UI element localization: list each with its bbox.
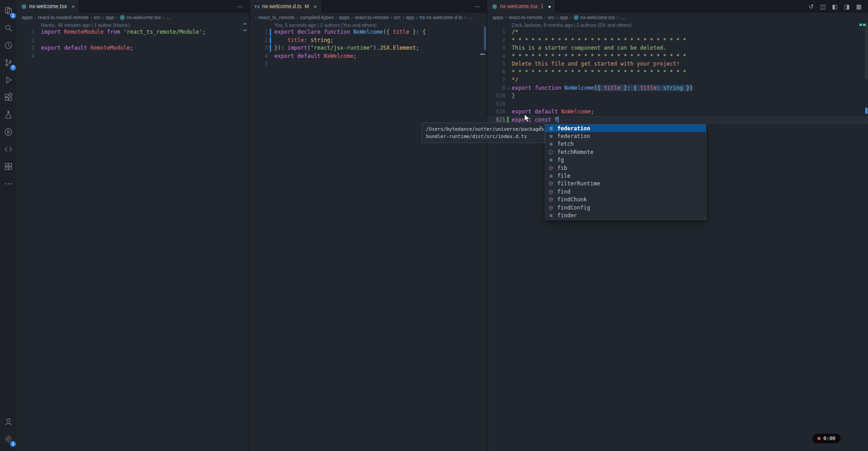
blame-annotation[interactable]: Zack Jackson, 9 months ago | 2 authors (… (487, 22, 868, 28)
code-line-4[interactable]: 4* * * * * * * * * * * * * * * * * * * *… (487, 52, 868, 61)
customize-layout-icon[interactable]: ▦ (856, 4, 862, 10)
close-icon[interactable]: × (313, 4, 317, 10)
scrollbar-thumb[interactable] (484, 26, 486, 50)
breadcrumb-label: react-ts-nested-remote (38, 15, 88, 20)
code-line-818[interactable]: 818} (487, 92, 868, 100)
code-line-820[interactable]: 820export default NxWelcome; (487, 108, 868, 116)
breadcrumb-item[interactable]: react_ts_remote (258, 15, 294, 20)
breadcrumb-item[interactable]: nx-welcome.tsx (573, 15, 615, 20)
breadcrumb-item[interactable]: app (560, 15, 568, 20)
breadcrumb-item[interactable]: … (166, 15, 171, 20)
discard-changes-icon[interactable]: ↺ (809, 4, 814, 10)
code-line-2[interactable]: 2 (16, 36, 249, 45)
dirty-dot-icon[interactable]: ● (548, 4, 551, 9)
breadcrumb-item[interactable]: app (106, 15, 114, 20)
code-line-2[interactable]: 2* * * * * * * * * * * * * * * * * * * *… (487, 36, 868, 45)
more-actions-icon[interactable]: ⋯ (237, 4, 243, 10)
code-editor[interactable]: Zack Jackson, 9 months ago | 2 authors (… (487, 22, 868, 451)
explorer-icon[interactable]: 1 (0, 2, 16, 19)
breadcrumb-item[interactable]: compiled-types (300, 15, 334, 20)
code-line-4[interactable]: 4export default NxWelcome; (250, 52, 487, 61)
play-circle-icon[interactable] (0, 123, 16, 140)
suggestion-filterRuntime[interactable]: filterRuntime (545, 180, 706, 188)
fold-gutter (505, 28, 512, 36)
text-suggestion-icon: ≡ (547, 173, 555, 179)
tab-nx-welcome.tsx[interactable]: nx-welcome.tsx× (16, 0, 80, 13)
suggestion-federation[interactable]: ≡federation (545, 124, 706, 132)
code-line-3[interactable]: 3}): import("react/jsx-runtime").JSX.Ele… (250, 44, 487, 52)
blame-annotation[interactable]: Hanric, 48 minutes ago | 1 author (Hanri… (16, 22, 249, 28)
extensions-icon[interactable] (0, 88, 16, 106)
account-icon[interactable] (0, 413, 16, 430)
suggestion-file[interactable]: ≡file (545, 172, 706, 179)
suggestion-federation[interactable]: ≡federation (545, 132, 706, 140)
toggle-primary-sidebar-icon[interactable]: ◧ (832, 4, 837, 10)
suggestion-findConfig[interactable]: findConfig (545, 204, 706, 211)
code-line-3[interactable]: 3This is a starter component and can be … (487, 44, 868, 52)
code-line-5[interactable]: 5Delete this file and get started with y… (487, 60, 868, 68)
breadcrumb-item[interactable]: … (620, 15, 625, 20)
tab-bar: nx-welcome.tsx1● ↺◫◧◨▦ (487, 0, 868, 13)
breadcrumb-item[interactable]: TSnx-welcome.d.ts (419, 15, 462, 20)
breadcrumb-item[interactable]: app (406, 15, 414, 20)
code-editor[interactable]: Hanric, 48 minutes ago | 1 author (Hanri… (16, 22, 249, 451)
code-line-8[interactable]: 8›export function NxWelcome({ title }: {… (487, 84, 868, 92)
search-icon[interactable] (0, 19, 16, 36)
more-actions-icon[interactable]: ⋯ (474, 4, 480, 10)
code-text: title: string; (274, 36, 334, 45)
code-line-3[interactable]: 3export default RemoteModule; (16, 44, 249, 52)
close-icon[interactable]: × (72, 4, 75, 10)
settings-icon[interactable]: 1 (0, 430, 16, 447)
code-line-2[interactable]: 2 title: string; (250, 36, 487, 45)
breadcrumb-item[interactable]: apps (493, 15, 503, 20)
breadcrumb-item[interactable]: apps (22, 15, 33, 20)
toggle-panel-icon[interactable]: ◨ (844, 4, 849, 10)
code-line-5[interactable]: 5 (250, 60, 487, 68)
tab-bar-actions: ⋯ (468, 0, 487, 13)
blame-annotation[interactable]: You, 5 seconds ago | 2 authors (You and … (250, 22, 487, 28)
source-control-icon[interactable]: 7 (0, 54, 16, 71)
suggestion-fetchRemote[interactable]: fetchRemote (545, 148, 706, 156)
grid-icon[interactable] (0, 158, 16, 175)
chevron-right-icon: › (335, 15, 337, 20)
breadcrumb-item[interactable]: apps (339, 15, 350, 20)
tab-nx-welcome.d.ts[interactable]: TSnx-welcome.d.tsM× (250, 0, 322, 13)
suggestion-finder[interactable]: ≡finder (545, 211, 706, 219)
tab-nx-welcome.tsx[interactable]: nx-welcome.tsx1● (487, 0, 556, 13)
scrollbar-thumb[interactable] (865, 108, 868, 114)
scrollbar-track[interactable] (865, 25, 868, 79)
react-file-icon (21, 4, 27, 10)
history-icon[interactable] (0, 36, 16, 54)
code-line-4[interactable]: 4 (16, 52, 249, 61)
suggestion-fib[interactable]: fib (545, 164, 706, 172)
code-line-819[interactable]: 819 (487, 100, 868, 108)
suggestion-findChunk[interactable]: findChunk (545, 196, 706, 204)
remote-icon[interactable] (0, 140, 16, 158)
breadcrumb-item[interactable]: src (394, 15, 401, 20)
breadcrumb-item[interactable]: react-ts-remote (508, 15, 543, 20)
breadcrumb-item[interactable]: src (94, 15, 101, 20)
split-editor-icon[interactable]: ◫ (820, 4, 826, 10)
testing-icon[interactable] (0, 106, 16, 123)
more-icon[interactable] (0, 175, 16, 192)
code-line-1[interactable]: 1import RemoteModule from 'react_ts_remo… (16, 28, 249, 36)
suggestion-fg[interactable]: ≡fg (545, 156, 706, 164)
suggestion-fetch[interactable]: ≡fetch (545, 140, 706, 148)
code-line-1[interactable]: 1export declare function NxWelcome({ tit… (250, 28, 487, 36)
suggestion-find[interactable]: find (545, 188, 706, 195)
breadcrumb-item[interactable]: src (548, 15, 555, 20)
chevron-right-icon: › (255, 15, 257, 20)
close-icon[interactable]: × (539, 124, 542, 131)
code-line-7[interactable]: 7*/ (487, 76, 868, 84)
breadcrumb-item[interactable]: react-ts-nested-remote (38, 15, 88, 20)
fold-chevron-icon[interactable]: › (505, 84, 512, 92)
run-debug-icon[interactable] (0, 71, 16, 88)
breadcrumb-item[interactable]: nx-welcome.tsx (119, 15, 161, 20)
gutter-modified-mark (270, 37, 271, 44)
code-line-1[interactable]: 1/* (487, 28, 868, 36)
snippet-suggestion-icon (547, 149, 555, 155)
breadcrumb-item[interactable]: react-ts-remote (355, 15, 389, 20)
code-editor[interactable]: You, 5 seconds ago | 2 authors (You and … (250, 22, 487, 451)
code-line-6[interactable]: 6* * * * * * * * * * * * * * * * * * * *… (487, 68, 868, 77)
breadcrumb-item[interactable]: … (467, 15, 473, 20)
